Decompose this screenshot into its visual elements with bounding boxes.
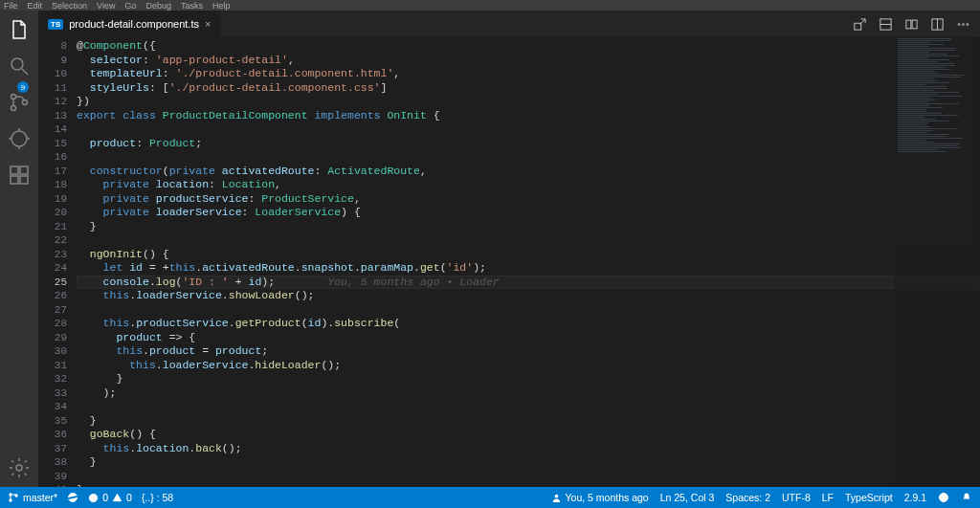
menu-item[interactable]: Go — [124, 1, 136, 11]
notifications-icon[interactable] — [961, 492, 972, 503]
branch-button[interactable]: master* — [8, 492, 57, 503]
tab-filename: product-detail.component.ts — [69, 18, 199, 30]
svg-point-25 — [10, 494, 12, 497]
svg-point-14 — [16, 465, 22, 471]
menu-item[interactable]: Selection — [52, 1, 87, 11]
line-gutter: 8910111213141516171819202122232425262728… — [38, 37, 77, 487]
menu-item[interactable]: Tasks — [181, 1, 203, 11]
svg-point-4 — [23, 100, 28, 105]
editor-tab[interactable]: TS product-detail.component.ts × — [38, 11, 221, 37]
search-icon[interactable] — [8, 55, 31, 77]
scm-badge: 9 — [17, 81, 29, 93]
ports-button[interactable]: {..} : 58 — [142, 492, 173, 503]
problems-button[interactable]: 0 0 — [88, 492, 132, 503]
svg-point-22 — [958, 23, 960, 25]
more-icon[interactable] — [956, 17, 970, 32]
split-right-icon[interactable] — [930, 17, 945, 32]
svg-point-30 — [554, 494, 558, 497]
tab-bar: TS product-detail.component.ts × — [38, 11, 980, 37]
sync-button[interactable] — [67, 492, 78, 503]
svg-rect-11 — [20, 166, 28, 174]
status-bar: master* 0 0 {..} : 58 You, 5 months ago … — [0, 487, 980, 508]
eol-button[interactable]: LF — [822, 492, 834, 503]
svg-rect-12 — [11, 176, 18, 184]
svg-point-32 — [942, 497, 943, 497]
debug-icon[interactable] — [8, 127, 31, 150]
tslint-button[interactable]: 2.9.1 — [904, 492, 926, 503]
activity-bar: 9 — [0, 11, 38, 487]
menubar: FileEditSelectionViewGoDebugTasksHelp — [0, 0, 980, 11]
code-content[interactable]: @Component({ selector: 'app-product-deta… — [77, 37, 980, 487]
svg-point-5 — [11, 131, 27, 146]
svg-point-3 — [11, 106, 16, 111]
svg-line-1 — [22, 69, 28, 75]
menu-item[interactable]: Edit — [28, 1, 43, 11]
svg-rect-10 — [11, 166, 18, 174]
scm-icon[interactable] — [8, 91, 31, 114]
language-button[interactable]: TypeScript — [845, 492, 893, 503]
typescript-badge-icon: TS — [48, 19, 63, 30]
svg-point-2 — [11, 95, 16, 99]
minimap[interactable] — [894, 37, 980, 487]
explorer-icon[interactable] — [8, 18, 31, 41]
indentation-button[interactable]: Spaces: 2 — [725, 492, 770, 503]
svg-point-26 — [10, 499, 12, 502]
menu-item[interactable]: Help — [212, 1, 231, 11]
compare-icon[interactable] — [904, 17, 919, 32]
menu-item[interactable]: Debug — [145, 1, 171, 11]
menu-item[interactable]: View — [97, 1, 115, 11]
svg-point-23 — [963, 23, 965, 25]
menu-item[interactable]: File — [4, 1, 18, 11]
preview-icon[interactable] — [853, 17, 867, 32]
svg-rect-13 — [20, 176, 28, 184]
svg-point-24 — [967, 23, 969, 25]
svg-point-33 — [945, 497, 946, 497]
cursor-position[interactable]: Ln 25, Col 3 — [660, 492, 715, 503]
feedback-icon[interactable] — [938, 492, 949, 503]
extensions-icon[interactable] — [8, 164, 31, 187]
svg-point-31 — [940, 494, 948, 502]
settings-icon[interactable] — [8, 456, 31, 479]
svg-rect-18 — [906, 20, 911, 29]
svg-point-0 — [11, 58, 23, 70]
split-down-icon[interactable] — [879, 17, 893, 32]
encoding-button[interactable]: UTF-8 — [782, 492, 811, 503]
svg-rect-19 — [912, 20, 917, 29]
code-editor[interactable]: 8910111213141516171819202122232425262728… — [38, 37, 980, 487]
blame-info[interactable]: You, 5 months ago — [551, 492, 649, 503]
close-icon[interactable]: × — [205, 18, 211, 30]
